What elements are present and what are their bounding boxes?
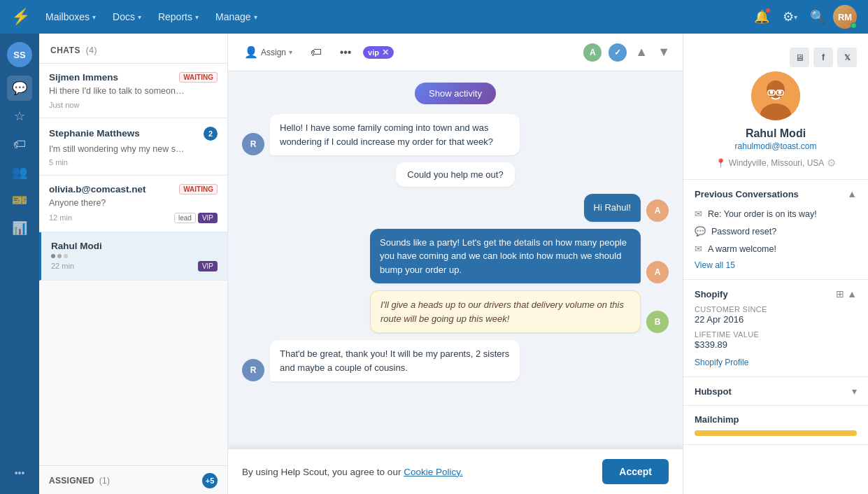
star-icon: ☆ (14, 108, 25, 124)
view-all-conversations-link[interactable]: View all 15 (695, 260, 735, 270)
sidebar-item-tickets[interactable]: 🎫 (7, 188, 32, 213)
prev-conv-item[interactable]: ✉ Re: Your order is on its way! (695, 205, 857, 223)
vip-tag: VIP (198, 261, 218, 271)
desktop-icon[interactable]: 🖥 (790, 48, 809, 67)
gear-icon: ⚙ (783, 9, 794, 24)
lead-tag: lead (174, 213, 196, 223)
collapse-prev-conv-button[interactable]: ▲ (847, 188, 857, 199)
message-bubble: Sounds like a party! Let's get the detai… (370, 229, 641, 284)
assigned-count-badge: +5 (202, 473, 218, 488)
contact-email[interactable]: rahulmodi@toast.com (735, 141, 817, 151)
message-bubble-note: I'll give a heads up to our drivers that… (370, 290, 641, 333)
svg-point-1 (767, 80, 785, 99)
message-item: A Hi Rahul! (584, 194, 669, 222)
user-avatar[interactable]: RM (833, 5, 857, 29)
remove-vip-button[interactable]: ✕ (382, 48, 389, 57)
svg-point-3 (770, 91, 774, 94)
cookie-policy-link[interactable]: Cookie Policy. (404, 467, 463, 477)
app-logo: ⚡ (11, 8, 30, 26)
notification-dot (765, 8, 771, 13)
nav-manage[interactable]: Manage ▾ (208, 7, 264, 27)
sidebar-item-inbox[interactable]: 💬 (7, 76, 32, 101)
chat-list-header: CHATS (4) (39, 34, 227, 64)
waiting-badge: WAITING (179, 72, 218, 83)
settings-icon[interactable]: ⚙ (827, 157, 836, 169)
chevron-down-icon: ▾ (852, 386, 857, 397)
chats-title: CHATS (50, 45, 80, 55)
search-button[interactable]: 🔍 (805, 4, 830, 29)
waiting-badge: WAITING (179, 184, 218, 195)
sidebar-item-reports[interactable]: 📊 (7, 216, 32, 241)
shopify-profile-link[interactable]: Shopify Profile (695, 358, 748, 367)
collapse-shopify-button[interactable]: ▲ (847, 288, 857, 299)
typing-indicator (51, 254, 218, 258)
show-activity-button[interactable]: Show activity (415, 83, 496, 104)
vip-tag: VIP (198, 213, 218, 223)
customer-since-row: Customer Since 22 Apr 2016 (695, 305, 857, 325)
chevron-down-icon: ▾ (289, 48, 292, 56)
chats-count: (4) (86, 45, 97, 55)
chat-item[interactable]: olivia.b@comcast.net WAITING Anyone ther… (39, 176, 227, 232)
message-bubble: That'd be great, thank you! It will be m… (270, 340, 520, 381)
email-icon: ✉ (695, 244, 702, 254)
next-conversation-button[interactable]: ▼ (655, 42, 673, 62)
ticket-icon: 🎫 (12, 192, 27, 208)
message-avatar: A (646, 261, 669, 283)
prev-conversation-button[interactable]: ▲ (632, 42, 650, 62)
chat-toolbar: 👤 Assign ▾ 🏷 ••• vip ✕ A ✓ ▲ (228, 34, 683, 71)
contact-header: 🖥 f 𝕏 Rahul Modi (683, 34, 868, 180)
prev-conv-item[interactable]: 💬 Password reset? (695, 223, 857, 240)
chat-item[interactable]: Sijmen Immens WAITING Hi there I'd like … (39, 64, 227, 118)
sidebar-item-labels[interactable]: 🏷 (7, 132, 32, 157)
messages-area: Show activity R Hello! I have some famil… (228, 71, 683, 494)
users-icon: 👥 (12, 164, 27, 180)
nav-docs[interactable]: Docs ▾ (106, 7, 148, 27)
unread-badge: 2 (204, 127, 218, 141)
message-avatar: R (242, 359, 264, 381)
more-options-button[interactable]: ••• (334, 41, 357, 64)
chat-list: CHATS (4) Sijmen Immens WAITING Hi there… (39, 34, 228, 494)
prev-conv-item[interactable]: ✉ A warm welcome! (695, 240, 857, 257)
nav-mailboxes[interactable]: Mailboxes ▾ (38, 7, 103, 27)
shopify-grid-icon[interactable]: ⊞ (836, 288, 844, 299)
sidebar-item-starred[interactable]: ☆ (7, 104, 32, 129)
nav-reports[interactable]: Reports ▾ (151, 7, 206, 27)
chevron-icon: ▾ (794, 13, 797, 21)
sidebar-more-button[interactable]: ••• (7, 460, 32, 486)
prev-conv-title: Previous Conversations (695, 189, 799, 199)
chevron-down-icon: ▾ (254, 13, 257, 21)
svg-point-4 (778, 91, 782, 94)
twitter-icon[interactable]: 𝕏 (837, 48, 857, 67)
chat-item[interactable]: Stephanie Matthews 2 I'm still wondering… (39, 118, 227, 176)
chat-item-active[interactable]: Rahul Modi 22 min VIP (39, 232, 227, 281)
sidebar-user-avatar[interactable]: SS (7, 42, 32, 67)
previous-conversations-section: Previous Conversations ▲ ✉ Re: Your orde… (683, 180, 868, 280)
message-avatar: A (646, 199, 669, 222)
notifications-button[interactable]: 🔔 (749, 4, 774, 29)
location-icon: 📍 (716, 158, 726, 168)
mailchimp-bar (695, 430, 857, 436)
facebook-icon[interactable]: f (813, 48, 833, 67)
assigned-section[interactable]: ASSIGNED (1) +5 (39, 465, 227, 494)
left-sidebar: SS 💬 ☆ 🏷 👥 🎫 📊 ••• (0, 34, 39, 494)
shopify-section: Shopify ⊞ ▲ Customer Since 22 Apr 2016 L… (683, 280, 868, 377)
message-avatar: R (242, 133, 264, 155)
hubspot-title: Hubspot (695, 386, 732, 397)
contact-name: Rahul Modi (746, 127, 806, 140)
assign-button[interactable]: 👤 Assign ▾ (238, 41, 299, 64)
contact-location: 📍 Windyville, Missouri, USA ⚙ (716, 157, 837, 169)
label-button[interactable]: 🏷 (304, 41, 328, 64)
message-item: R Hello! I have some family coming into … (242, 114, 520, 155)
vip-filter-tag[interactable]: vip ✕ (363, 46, 394, 59)
chat-icon: 💬 (12, 80, 27, 96)
email-icon: ✉ (695, 209, 702, 219)
online-indicator (851, 22, 857, 29)
sidebar-item-users[interactable]: 👥 (7, 160, 32, 185)
settings-button[interactable]: ⚙ ▾ (777, 4, 802, 29)
top-navigation: ⚡ Mailboxes ▾ Docs ▾ Reports ▾ Manage ▾ … (0, 0, 868, 34)
chat-bubble-icon: 💬 (695, 226, 706, 237)
hubspot-section[interactable]: Hubspot ▾ (683, 377, 868, 406)
mailchimp-title: Mailchimp (695, 414, 739, 425)
cookie-banner: By using Help Scout, you agree to our Co… (228, 449, 683, 494)
accept-cookie-button[interactable]: Accept (602, 459, 669, 484)
